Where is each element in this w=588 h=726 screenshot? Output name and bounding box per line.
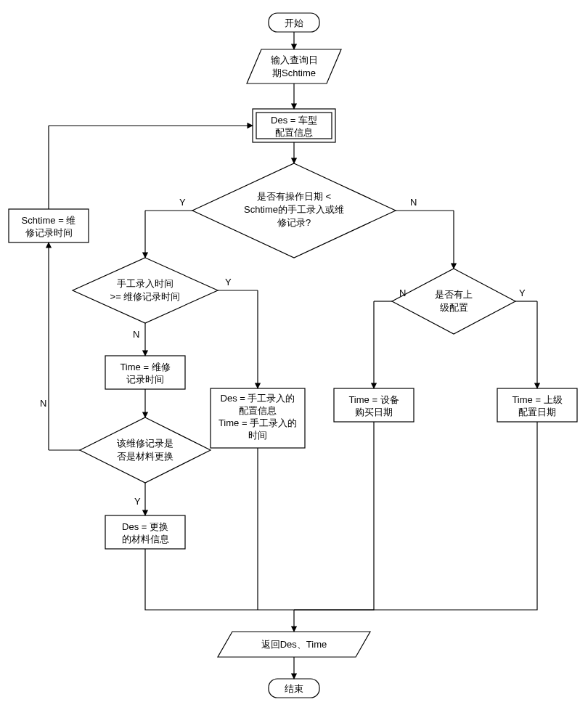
node-d3: 是否有上 级配置 bbox=[392, 269, 515, 334]
input-l2: 期Schtime bbox=[272, 68, 316, 78]
node-start: 开始 bbox=[269, 13, 319, 32]
node-end: 结束 bbox=[269, 679, 319, 698]
node-d1: 是否有操作日期 < Schtime的手工录入或维 修记录? bbox=[192, 163, 396, 258]
manual-l2: 配置信息 bbox=[239, 405, 277, 416]
node-time-buy: Time = 设备 购买日期 bbox=[334, 388, 414, 422]
node-input: 输入查询日 期Schtime bbox=[247, 49, 341, 83]
node-d2: 手工录入时间 >= 维修记录时间 bbox=[73, 258, 218, 323]
time-buy-l2: 购买日期 bbox=[355, 407, 393, 417]
node-time-repair: Time = 维修 记录时间 bbox=[105, 356, 185, 389]
node-return: 返回Des、Time bbox=[218, 632, 370, 657]
d1-l2: Schtime的手工录入或维 bbox=[244, 204, 344, 215]
des-init-l2: 配置信息 bbox=[275, 127, 313, 138]
time-buy-l1: Time = 设备 bbox=[348, 394, 399, 405]
svg-marker-8 bbox=[80, 417, 211, 483]
d2-y: Y bbox=[225, 277, 232, 287]
time-parent-l1: Time = 上级 bbox=[512, 394, 562, 405]
manual-l3: Time = 手工录入的 bbox=[219, 417, 297, 428]
d3-y: Y bbox=[519, 287, 526, 298]
d1-l1: 是否有操作日期 < bbox=[257, 191, 331, 202]
manual-l4: 时间 bbox=[248, 430, 267, 441]
node-des-replace: Des = 更换 的材料信息 bbox=[105, 515, 185, 549]
node-manual: Des = 手工录入的 配置信息 Time = 手工录入的 时间 bbox=[211, 388, 305, 448]
des-replace-l2: 的材料信息 bbox=[122, 534, 169, 544]
d1-y: Y bbox=[179, 197, 186, 208]
d1-l3: 修记录? bbox=[277, 217, 311, 228]
svg-marker-5 bbox=[73, 258, 218, 323]
sch-set-l2: 修记录时间 bbox=[25, 227, 73, 238]
return-label: 返回Des、Time bbox=[261, 639, 327, 650]
sch-set-l1: Schtime = 维 bbox=[22, 215, 76, 226]
d2-l1: 手工录入时间 bbox=[117, 278, 173, 289]
manual-l1: Des = 手工录入的 bbox=[221, 393, 295, 404]
d1-n: N bbox=[410, 197, 417, 208]
d4-l2: 否是材料更换 bbox=[117, 451, 173, 462]
time-repair-l2: 记录时间 bbox=[126, 374, 164, 385]
node-time-parent: Time = 上级 配置日期 bbox=[497, 388, 577, 422]
d4-y: Y bbox=[134, 496, 141, 507]
d2-l2: >= 维修记录时间 bbox=[110, 291, 181, 302]
d4-l1: 该维修记录是 bbox=[117, 438, 173, 449]
d4-n: N bbox=[40, 398, 46, 409]
time-repair-l1: Time = 维修 bbox=[120, 362, 170, 372]
node-d4: 该维修记录是 否是材料更换 bbox=[80, 417, 211, 483]
node-des-init: Des = 车型 配置信息 bbox=[253, 109, 335, 142]
svg-marker-11 bbox=[392, 269, 515, 334]
node-sch-set: Schtime = 维 修记录时间 bbox=[9, 209, 89, 242]
input-l1: 输入查询日 bbox=[271, 54, 318, 65]
d3-l2: 级配置 bbox=[440, 302, 468, 313]
d2-n: N bbox=[133, 329, 139, 340]
flowchart: 开始 输入查询日 期Schtime Des = 车型 配置信息 是否有操作日期 … bbox=[0, 0, 588, 726]
des-init-l1: Des = 车型 bbox=[271, 115, 317, 126]
end-label: 结束 bbox=[285, 683, 303, 694]
d3-n: N bbox=[399, 287, 406, 298]
start-label: 开始 bbox=[285, 17, 303, 28]
time-parent-l2: 配置日期 bbox=[518, 407, 556, 417]
d3-l1: 是否有上 bbox=[435, 289, 473, 300]
des-replace-l1: Des = 更换 bbox=[122, 521, 168, 532]
